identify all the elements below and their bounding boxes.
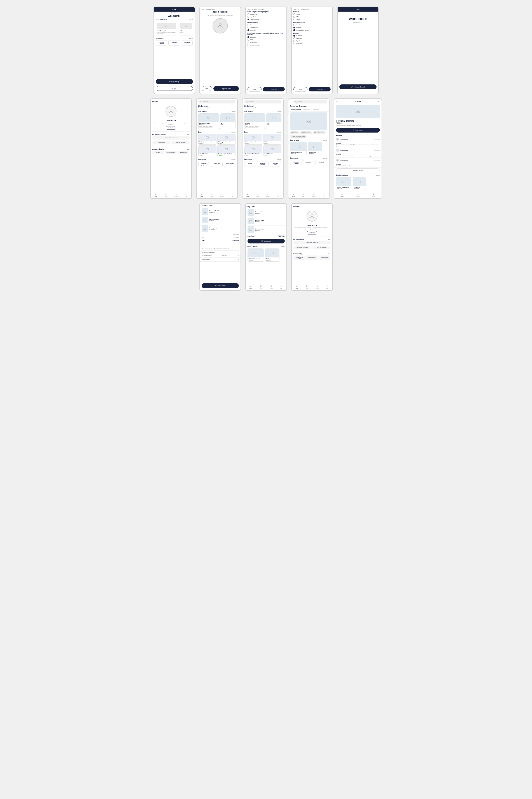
classes-card-2[interactable]: Per... R35... — [266, 113, 281, 129]
checkbox-virtual[interactable] — [293, 24, 295, 26]
cat-track-progress[interactable]: Track my progress — [198, 161, 210, 167]
checkbox-general-fitness[interactable] — [248, 19, 249, 20]
nav-home-cart[interactable]: 🏠Home — [249, 285, 252, 289]
pt-search-input[interactable] — [298, 101, 326, 102]
testimonial-card-1[interactable]: Lindi Ainsley ★☆ Lorem ipsum dolor sit a… — [156, 22, 177, 35]
fitness-plans-box[interactable]: Fitness plans — [152, 141, 171, 144]
category-personal-training[interactable]: Personal Training — [156, 40, 167, 45]
checkbox-hardcover[interactable] — [293, 37, 295, 39]
pt-search-bar[interactable]: 🔍 — [293, 100, 327, 103]
interest-dance[interactable]: Dance — [292, 18, 332, 21]
goal-weight-loss[interactable]: Weight loss — [246, 13, 286, 16]
fitness-plan-edit[interactable]: Edit — [328, 239, 330, 240]
checkbox-30min[interactable] — [248, 41, 249, 43]
categories-see-all[interactable]: See all — [189, 38, 193, 39]
interest-paperback[interactable]: Paperback — [292, 42, 332, 45]
training-schedule-box2[interactable]: My training schedule — [293, 241, 330, 244]
nav-chat-p2[interactable]: 💬Chat — [305, 285, 308, 289]
interest-pilates[interactable]: Pilates — [292, 13, 332, 16]
nav-chat-h1[interactable]: 💬Chat — [210, 193, 213, 197]
nav-home-pt[interactable]: 🏠Home — [292, 193, 295, 197]
chip-training-towards[interactable]: Training towards something — [290, 135, 307, 138]
interest-in-person[interactable]: In person — [292, 26, 332, 29]
checkbox-dance[interactable] — [293, 19, 295, 20]
add-to-cart-button[interactable]: 🛒 Add to cart — [336, 128, 380, 133]
deal-card-2[interactable]: Pilates private session R200.00 — [217, 134, 235, 145]
nav-cart-pt[interactable]: 🛒Cart — [322, 193, 325, 197]
community-edit-link[interactable]: Edit — [328, 253, 330, 254]
pt-jfy-see-all[interactable]: See all — [323, 139, 327, 141]
goals-continue-button[interactable]: Continue — [263, 87, 285, 91]
discussion-board-box[interactable]: Discussion board — [306, 255, 318, 260]
pt-cat-1[interactable]: Personal Training — [290, 160, 302, 165]
deals2-see-all[interactable]: See all — [277, 131, 281, 133]
goal-relatively-fit[interactable]: Relatively Fit — [246, 26, 286, 29]
testimonials-see-all[interactable]: See all — [189, 19, 193, 20]
nav-search-pd[interactable]: 🔍Search — [356, 193, 360, 197]
search-input-home2[interactable] — [249, 101, 280, 102]
testimonial-card-2[interactable]: Sha... Lorem... — [179, 22, 193, 35]
skip-button[interactable]: Skip — [202, 86, 212, 91]
pt-cat-see-all[interactable]: See all — [323, 157, 327, 159]
track-progress-box2[interactable]: Track my progress — [312, 246, 330, 249]
login-button[interactable]: Login — [156, 86, 193, 91]
interest-xfit[interactable]: X-Fit — [292, 16, 332, 18]
place-order-button[interactable]: 📦 Place order — [202, 283, 239, 288]
home-categories-see-all[interactable]: See all — [231, 159, 235, 160]
checkbox-3-4hours[interactable] — [248, 39, 249, 41]
interest-all-formats[interactable]: All formats — [292, 34, 332, 37]
checkbox-digital[interactable] — [293, 40, 295, 42]
interest-hardcover[interactable]: Hardcover — [292, 37, 332, 40]
pd-close-button[interactable]: ✕ — [336, 100, 338, 102]
upload-button[interactable]: ↑ Upload photo — [213, 86, 239, 91]
nav-chat[interactable]: 💬 Chat — [164, 193, 167, 197]
chip-high-performance[interactable]: High Performance — [300, 131, 312, 134]
similar-products-see-all[interactable]: See all — [376, 174, 380, 176]
goal-high-performance[interactable]: High Performance — [246, 16, 286, 18]
checkbox-pilates[interactable] — [293, 13, 295, 15]
deal-card-3[interactable]: Virtual Session R300.00 — [198, 146, 216, 157]
interests-continue-button[interactable]: Continue — [309, 87, 330, 91]
find-buddy-box[interactable]: Find a training buddy — [293, 255, 305, 260]
orders-box[interactable]: Orders — [152, 151, 164, 154]
deal2-card-1[interactable]: Beginner Pilates class R120.00 — [244, 134, 262, 145]
training-program-box[interactable]: My training program — [293, 246, 311, 249]
nav-profile-h1[interactable]: 👤Profile — [221, 193, 224, 197]
pt-product-2[interactable]: Pilates one... R350.00 — [308, 142, 322, 155]
ob-product-2[interactable]: X-Fit R120.00 — [265, 248, 280, 262]
deal-card-1[interactable]: Challenge of the month R60.00 — [198, 134, 216, 145]
jfy2-see-all[interactable]: See all — [277, 111, 281, 112]
interests-skip-button[interactable]: Skip — [293, 87, 307, 91]
chip-introductory[interactable]: Introductory session — [313, 131, 326, 134]
deal2-card-4[interactable]: Virtual Classes R25.00 — [263, 146, 281, 156]
cat2-exercise-plans[interactable]: Exercise plans — [270, 161, 281, 167]
goal-fit[interactable]: Fit — [246, 24, 286, 26]
nav-profile-h2[interactable]: 👤Profile — [266, 193, 269, 197]
product-card-2[interactable]: Nut... R4... — [220, 113, 235, 129]
cat-video-library[interactable]: Video library — [224, 161, 235, 167]
interest-digital[interactable]: Digital — [292, 40, 332, 42]
chip-weight-lose[interactable]: Weight Lose — [290, 131, 299, 134]
checkbox-sedentary[interactable] — [248, 29, 249, 31]
deal2-card-2[interactable]: X-Fit for all levels R35.00 — [263, 134, 281, 145]
cat2-exercise-lib[interactable]: Exercise Library — [257, 161, 268, 167]
ob-product-1[interactable]: Pilates one on one R350.00 — [248, 248, 264, 262]
tab-challenges[interactable]: Challenges — [302, 108, 311, 111]
checkbox-fit[interactable] — [248, 24, 249, 26]
checkbox-1-3hours[interactable] — [248, 36, 249, 38]
tab-community[interactable]: Community — [311, 108, 321, 111]
tab-whats-on-offer[interactable]: What's on offer — [290, 108, 302, 111]
edit-profile-button[interactable]: Edit Profile — [166, 126, 176, 130]
checkbox-paperback[interactable] — [293, 43, 295, 44]
checkbox-whatever[interactable] — [248, 44, 249, 46]
pt-cat-3[interactable]: Nutrition — [316, 160, 327, 165]
pt-product-1[interactable]: Personal Training R350.00 — [290, 142, 307, 155]
product-card-1[interactable]: Personal Training R350.00 Lorem ipsum do… — [198, 113, 219, 129]
nav-search-pt[interactable]: 🔍Search — [302, 193, 305, 197]
nav-profile-p2[interactable]: 👤Profile — [316, 285, 319, 289]
see-more-reviews-btn[interactable]: See more reviews — [336, 168, 380, 172]
nav-profile-pd[interactable]: 👤Profile — [372, 193, 375, 197]
nav-chat-h2[interactable]: 💬Chat — [256, 193, 259, 197]
signup-button[interactable]: ⚙ Sign me up — [156, 79, 193, 84]
nav-home[interactable]: 🏠 Home — [154, 193, 157, 197]
